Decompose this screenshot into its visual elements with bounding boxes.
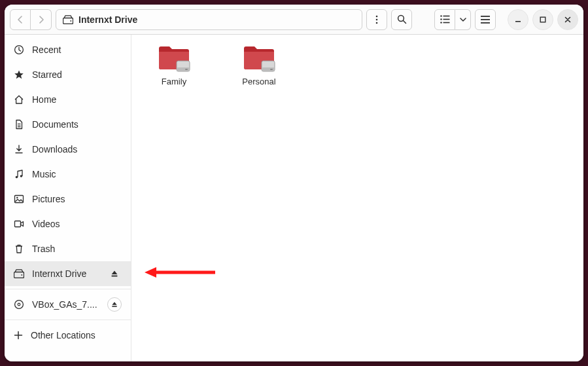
svg-point-7	[440, 15, 441, 16]
drive-icon	[63, 15, 73, 24]
svg-line-6	[403, 21, 406, 24]
maximize-button[interactable]	[532, 9, 553, 30]
search-icon	[397, 14, 407, 24]
view-dropdown-button[interactable]	[455, 9, 471, 30]
svg-rect-8	[443, 16, 449, 17]
trash-icon	[14, 244, 24, 254]
sidebar-divider	[5, 320, 131, 320]
svg-rect-35	[270, 69, 273, 70]
sidebar-item-label: Internxt Drive	[32, 268, 99, 279]
svg-rect-10	[443, 19, 449, 20]
eject-button[interactable]	[107, 266, 122, 281]
svg-point-4	[376, 22, 378, 24]
svg-rect-24	[14, 272, 24, 278]
remote-folder-icon	[157, 44, 191, 74]
sidebar-item-label: Videos	[32, 219, 122, 229]
eject-button[interactable]	[107, 297, 122, 312]
svg-point-2	[376, 15, 378, 17]
sidebar: Recent Starred Home Documents Downloads	[5, 35, 131, 361]
sidebar-item-trash[interactable]: Trash	[5, 236, 131, 261]
path-bar[interactable]: Internxt Drive	[56, 9, 362, 30]
disc-icon	[14, 299, 24, 310]
svg-rect-26	[112, 276, 118, 277]
sidebar-item-label: Documents	[32, 119, 122, 130]
svg-point-19	[16, 176, 18, 178]
svg-point-1	[70, 20, 71, 22]
clock-icon	[14, 45, 24, 55]
document-icon	[14, 119, 24, 130]
sidebar-item-label: Other Locations	[31, 330, 122, 340]
chevron-left-icon	[17, 15, 24, 24]
list-icon	[440, 15, 450, 24]
chevron-down-icon	[460, 17, 466, 22]
svg-rect-14	[481, 19, 490, 20]
sidebar-item-vbox-gas[interactable]: VBox_GAs_7....	[5, 292, 131, 317]
music-icon	[14, 169, 24, 179]
sidebar-item-documents[interactable]: Documents	[5, 112, 131, 137]
drive-icon	[14, 269, 24, 278]
star-icon	[14, 69, 24, 80]
download-icon	[14, 144, 24, 155]
hamburger-icon	[481, 16, 490, 24]
eject-icon	[111, 301, 118, 308]
sidebar-item-label: Music	[32, 169, 122, 179]
svg-point-9	[440, 18, 441, 20]
body: Recent Starred Home Documents Downloads	[5, 35, 583, 361]
sidebar-divider	[5, 289, 131, 289]
view-options-button[interactable]	[366, 9, 387, 30]
svg-rect-29	[112, 306, 116, 307]
svg-point-11	[440, 22, 441, 23]
svg-rect-32	[185, 69, 188, 70]
sidebar-item-pictures[interactable]: Pictures	[5, 187, 131, 211]
hamburger-menu-button[interactable]	[475, 9, 496, 30]
sidebar-item-label: Pictures	[32, 194, 122, 204]
annotation-arrow	[145, 265, 216, 280]
close-icon	[564, 16, 571, 23]
kebab-icon	[375, 15, 378, 24]
sidebar-item-home[interactable]: Home	[5, 87, 131, 112]
svg-point-28	[18, 303, 20, 306]
sidebar-item-other-locations[interactable]: Other Locations	[5, 323, 131, 348]
svg-point-25	[21, 274, 22, 276]
chevron-right-icon	[38, 15, 44, 24]
svg-rect-21	[15, 196, 24, 203]
forward-button[interactable]	[31, 9, 52, 30]
folder-item[interactable]: Family	[145, 44, 203, 86]
svg-point-22	[16, 197, 18, 198]
content-area[interactable]: Family Personal	[131, 35, 583, 361]
svg-point-27	[15, 301, 24, 309]
svg-rect-17	[540, 17, 545, 22]
svg-rect-13	[481, 16, 490, 17]
home-icon	[14, 94, 24, 105]
sidebar-item-label: Starred	[32, 69, 122, 80]
sidebar-item-label: Trash	[32, 244, 122, 254]
back-button[interactable]	[10, 9, 31, 30]
search-button[interactable]	[391, 9, 412, 30]
svg-rect-16	[515, 21, 521, 22]
sidebar-item-videos[interactable]: Videos	[5, 211, 131, 236]
eject-icon	[111, 270, 118, 278]
sidebar-item-label: Recent	[32, 45, 122, 55]
location-label: Internxt Drive	[78, 14, 137, 25]
sidebar-item-recent[interactable]: Recent	[5, 37, 131, 62]
sidebar-item-music[interactable]: Music	[5, 162, 131, 187]
folder-item[interactable]: Personal	[230, 44, 288, 86]
list-view-button[interactable]	[434, 9, 455, 30]
sidebar-item-internxt-drive[interactable]: Internxt Drive	[5, 261, 131, 286]
sidebar-item-downloads[interactable]: Downloads	[5, 137, 131, 162]
remote-folder-icon	[242, 44, 276, 74]
maximize-icon	[540, 16, 546, 23]
close-button[interactable]	[557, 9, 578, 30]
sidebar-item-label: Downloads	[32, 144, 122, 155]
plus-icon	[14, 331, 23, 340]
pictures-icon	[14, 194, 24, 204]
svg-rect-12	[443, 22, 449, 24]
icon-grid: Family Personal	[131, 35, 583, 96]
file-manager-window: Internxt Drive	[5, 5, 583, 361]
svg-rect-15	[481, 22, 490, 24]
svg-point-3	[376, 18, 378, 20]
sidebar-item-label: VBox_GAs_7....	[32, 299, 99, 310]
header-bar: Internxt Drive	[5, 5, 583, 35]
sidebar-item-starred[interactable]: Starred	[5, 62, 131, 87]
minimize-button[interactable]	[508, 9, 528, 30]
